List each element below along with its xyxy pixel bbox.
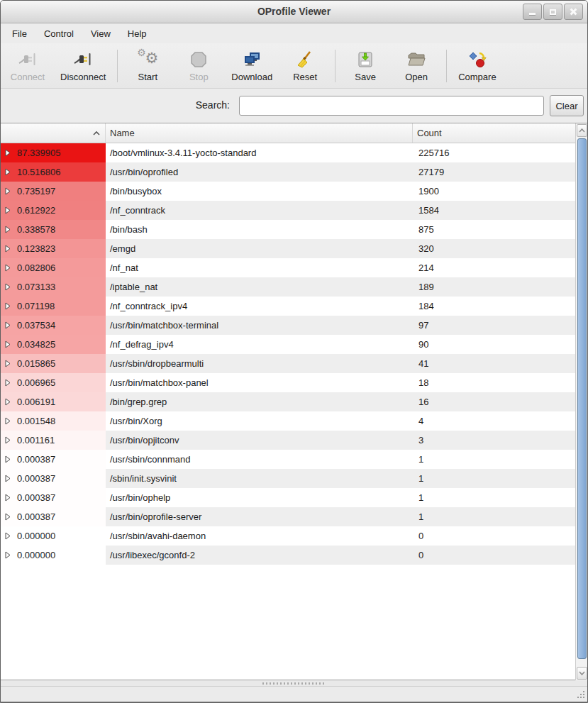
reset-button[interactable]: Reset: [279, 47, 331, 85]
column-header-percent[interactable]: [1, 123, 106, 143]
save-button[interactable]: Save: [340, 47, 391, 85]
menu-item-control[interactable]: Control: [35, 25, 82, 43]
count-cell: 225716: [413, 143, 575, 162]
expander-icon[interactable]: [5, 360, 11, 367]
table-row[interactable]: 0.000387 /usr/sbin/connmand 1: [1, 450, 575, 469]
expander-icon[interactable]: [5, 302, 11, 310]
table-row[interactable]: 0.006191 /bin/grep.grep 16: [1, 392, 575, 411]
expander-icon[interactable]: [5, 398, 11, 406]
menu-item-help[interactable]: Help: [119, 25, 155, 43]
expander-icon[interactable]: [5, 206, 11, 214]
resize-grip-icon[interactable]: [575, 689, 585, 699]
table-row[interactable]: 0.123823 /emgd 320: [1, 239, 575, 258]
table-row[interactable]: 10.516806 /usr/bin/oprofiled 27179: [1, 162, 575, 182]
table-row[interactable]: 0.037534 /usr/bin/matchbox-terminal 97: [1, 316, 575, 335]
window-controls: [523, 4, 583, 20]
expander-icon[interactable]: [5, 226, 11, 233]
scroll-down-button[interactable]: [577, 667, 587, 680]
clear-button[interactable]: Clear: [550, 95, 584, 116]
expander-icon[interactable]: [5, 168, 11, 176]
open-button[interactable]: Open: [391, 47, 442, 85]
menu-item-view[interactable]: View: [82, 25, 119, 43]
percent-cell: 10.516806: [1, 162, 106, 182]
name-cell: /bin/busybox: [106, 182, 413, 201]
percent-value: 0.006965: [17, 377, 55, 388]
count-cell: 189: [413, 277, 575, 297]
count-cell: 90: [413, 335, 575, 354]
count-cell: 1: [413, 469, 575, 488]
table-row[interactable]: 0.735197 /bin/busybox 1900: [1, 182, 575, 201]
start-button[interactable]: ⚙⚙Start: [122, 47, 173, 85]
expander-icon[interactable]: [5, 455, 11, 463]
expander-icon[interactable]: [5, 264, 11, 272]
disconnect-plug-icon: [73, 50, 93, 70]
scrollbar-thumb[interactable]: [577, 138, 587, 659]
percent-value: 0.073133: [17, 282, 55, 292]
expander-icon[interactable]: [5, 417, 11, 425]
toolbar-separator: [117, 50, 118, 82]
count-cell: 0: [413, 526, 575, 546]
table-row[interactable]: 0.006965 /usr/bin/matchbox-panel 18: [1, 373, 575, 392]
percent-cell: 0.000387: [1, 450, 106, 469]
percent-value: 0.001548: [17, 416, 55, 426]
table-row[interactable]: 87.339905 /boot/vmlinux-3.4.11-yocto-sta…: [1, 143, 575, 162]
percent-value: 0.338578: [17, 224, 55, 235]
toolbar-label: Download: [231, 72, 272, 82]
search-input[interactable]: [239, 96, 544, 116]
menu-item-file[interactable]: File: [4, 25, 35, 43]
pane-splitter[interactable]: [1, 680, 587, 687]
expander-icon[interactable]: [5, 321, 11, 329]
name-cell: /usr/sbin/connmand: [106, 450, 413, 469]
table-row[interactable]: 0.073133 /iptable_nat 189: [1, 277, 575, 297]
count-cell: 27179: [413, 162, 575, 182]
scroll-up-button[interactable]: [577, 124, 587, 137]
table-row[interactable]: 0.071198 /nf_conntrack_ipv4 184: [1, 297, 575, 316]
percent-cell: 0.000387: [1, 488, 106, 507]
expander-icon[interactable]: [5, 245, 11, 253]
chevron-down-icon: [579, 671, 585, 675]
table-row[interactable]: 0.015865 /usr/sbin/dropbearmulti 41: [1, 354, 575, 373]
percent-cell: 0.612922: [1, 201, 106, 220]
table-row[interactable]: 0.001548 /usr/bin/Xorg 4: [1, 411, 575, 431]
vertical-scrollbar[interactable]: [575, 123, 587, 681]
expander-icon[interactable]: [5, 436, 11, 444]
percent-cell: 0.073133: [1, 277, 106, 297]
close-button[interactable]: [564, 4, 583, 20]
expander-icon[interactable]: [5, 341, 11, 348]
table-row[interactable]: 0.000387 /usr/bin/ophelp 1: [1, 488, 575, 507]
column-header-name[interactable]: Name: [106, 123, 413, 143]
expander-icon[interactable]: [5, 475, 11, 482]
disconnect-button[interactable]: Disconnect: [53, 47, 113, 85]
percent-value: 0.006191: [17, 397, 55, 407]
expander-icon[interactable]: [5, 283, 11, 291]
table-row[interactable]: 0.000000 /usr/libexec/gconfd-2 0: [1, 546, 575, 565]
table-row[interactable]: 0.082806 /nf_nat 214: [1, 258, 575, 277]
maximize-button[interactable]: [543, 4, 562, 20]
column-header-count[interactable]: Count: [413, 123, 575, 143]
table-row[interactable]: 0.000387 /sbin/init.sysvinit 1: [1, 469, 575, 488]
sort-ascending-icon: [92, 131, 101, 136]
table-row[interactable]: 0.612922 /nf_conntrack 1584: [1, 201, 575, 220]
expander-icon[interactable]: [5, 551, 11, 559]
expander-icon[interactable]: [5, 379, 11, 387]
table-row[interactable]: 0.034825 /nf_defrag_ipv4 90: [1, 335, 575, 354]
toolbar-label: Stop: [189, 72, 209, 82]
table-row[interactable]: 0.000387 /usr/bin/oprofile-server 1: [1, 507, 575, 526]
name-cell: /sbin/init.sysvinit: [106, 469, 413, 488]
titlebar[interactable]: OProfile Viewer: [1, 1, 587, 23]
table-row[interactable]: 0.000000 /usr/sbin/avahi-daemon 0: [1, 526, 575, 546]
compare-button[interactable]: Compare: [451, 47, 503, 85]
percent-cell: 0.000387: [1, 469, 106, 488]
expander-icon[interactable]: [5, 187, 11, 195]
percent-value: 87.339905: [17, 148, 60, 158]
expander-icon[interactable]: [5, 149, 11, 157]
expander-icon[interactable]: [5, 513, 11, 521]
expander-icon[interactable]: [5, 532, 11, 540]
minimize-button[interactable]: [523, 4, 542, 20]
table-row[interactable]: 0.001161 /usr/bin/opjitconv 3: [1, 431, 575, 450]
expander-icon[interactable]: [5, 494, 11, 502]
table-row[interactable]: 0.338578 /bin/bash 875: [1, 220, 575, 239]
percent-value: 0.034825: [17, 339, 55, 350]
download-button[interactable]: Download: [224, 47, 279, 85]
open-folder-icon: [406, 50, 426, 70]
